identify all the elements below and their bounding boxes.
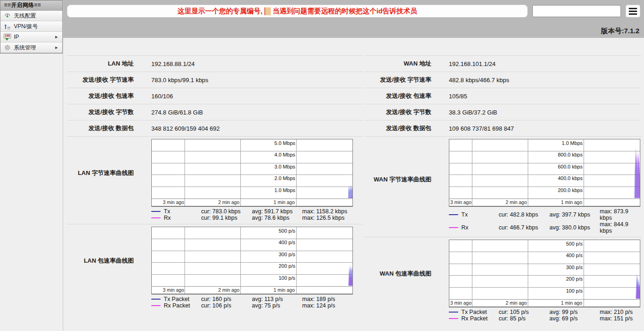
router-admin-page: ==开启网络== 无线配置	[0, 0, 644, 331]
cur-value: cur: 106 p/s	[201, 302, 252, 309]
legend-row: Tx Packet cur: 160 p/s avg: 113 p/s max:…	[151, 296, 353, 302]
sidebar-menu: ==开启网络== 无线配置	[0, 0, 63, 54]
vpn-icon	[4, 23, 11, 30]
stat-label: 发送/接收 包速率	[67, 92, 134, 100]
chart-legend: Tx Packet cur: 105 p/s avg: 99 p/s max: …	[449, 309, 640, 322]
y-tick: 800.0 kbps	[558, 152, 583, 157]
table-row: 发送/接收 包速率 105/85	[364, 88, 641, 104]
legend-row: Tx cur: 482.8 kbps avg: 397.7 kbps max: …	[449, 208, 640, 221]
y-tick: 1.0 Mbps	[562, 141, 583, 146]
table-row: 发送/接收 数据包 109 608 737/81 698 847	[364, 120, 641, 137]
sidebar-item-ip[interactable]: 255 IP ►	[0, 32, 62, 42]
y-tick: 400 p/s	[279, 240, 295, 245]
table-row: WAN 地址 192.168.101.1/24	[364, 56, 641, 72]
cur-value: cur: 160 p/s	[201, 296, 252, 302]
y-tick: 500 p/s	[279, 229, 295, 234]
lan-byte-rate-chart-row: LAN 字节速率曲线图 5.0 Mbps 4.0 Mbps 3.0 Mbps 2…	[67, 137, 362, 224]
plot-area: 500 p/s 400 p/s 300 p/s 200 p/s 100 p/s …	[449, 240, 640, 307]
redacted-id-chip	[264, 7, 271, 15]
sidebar-title: ==开启网络==	[0, 0, 62, 11]
series-name: Rx	[164, 215, 171, 221]
avg-value: avg: 78.6 kbps	[252, 215, 302, 221]
sidebar-item-wireless[interactable]: 无线配置	[0, 11, 62, 21]
submenu-arrow-icon: ►	[54, 35, 59, 39]
x-tick: 1 min ago	[555, 200, 582, 205]
y-tick: 100 p/s	[566, 289, 583, 294]
max-value: max: 844.9 kbps	[600, 221, 640, 234]
rx-swatch	[151, 305, 161, 306]
green-down-arrow-icon	[5, 38, 9, 41]
stat-label: 发送/接收 字节速率	[364, 76, 431, 84]
sidebar: ==开启网络== 无线配置	[0, 0, 63, 331]
avg-value: avg: 69 p/s	[549, 315, 600, 322]
tx-swatch	[151, 211, 161, 212]
y-tick: 200 p/s	[566, 277, 583, 282]
ip-icon: 255	[4, 33, 11, 41]
chart-legend: Tx Packet cur: 160 p/s avg: 113 p/s max:…	[151, 296, 353, 309]
avg-value: avg: 113 p/s	[252, 296, 302, 302]
stat-label: 发送/接收 字节数	[67, 108, 134, 116]
sidebar-item-label: 无线配置	[14, 12, 60, 20]
cur-value: cur: 99.1 kbps	[201, 215, 252, 221]
content: LAN 地址 192.168.88.1/24 发送/接收 字节速率 783.0 …	[63, 38, 644, 325]
sidebar-item-label: 系统管理	[14, 44, 52, 52]
device-id-input[interactable]	[532, 5, 621, 17]
chart-title: LAN 包速率曲线图	[67, 257, 134, 265]
chart-legend: Tx cur: 783.0 kbps avg: 591.7 kbps max: …	[151, 208, 353, 221]
series-name: Rx Packet	[461, 315, 488, 322]
x-tick: 2 min ago	[499, 301, 527, 306]
sidebar-item-vpn[interactable]: VPN/拨号	[0, 21, 62, 32]
cur-value: cur: 783.0 kbps	[201, 208, 252, 215]
table-row: 发送/接收 数据包 348 812 609/159 404 692	[67, 120, 362, 137]
avg-value: avg: 75 p/s	[252, 302, 302, 309]
submenu-arrow-icon: ►	[54, 45, 59, 50]
x-tick: 2 min ago	[212, 288, 239, 293]
stat-value: 109 608 737/81 698 847	[431, 125, 514, 132]
legend-row: Rx cur: 99.1 kbps avg: 78.6 kbps max: 12…	[151, 215, 353, 221]
x-tick: 2 min ago	[499, 200, 527, 205]
lan-byte-rate-chart: 5.0 Mbps 4.0 Mbps 3.0 Mbps 2.0 Mbps 1.0 …	[151, 139, 353, 221]
series-name: Tx	[164, 208, 170, 215]
max-value: max: 151 p/s	[600, 315, 640, 322]
stat-label: 发送/接收 字节速率	[67, 76, 134, 84]
hamburger-menu-button[interactable]	[626, 5, 640, 18]
table-row: 发送/接收 字节数 274.8 GiB/61.8 GiB	[67, 104, 362, 120]
x-tick: 3 min ago	[444, 200, 471, 205]
table-row: 发送/接收 字节数 38.3 GiB/37.2 GiB	[364, 104, 641, 120]
rx-swatch	[449, 318, 458, 319]
avg-value: avg: 591.7 kbps	[252, 208, 302, 215]
tx-swatch	[151, 299, 161, 300]
y-tick: 400 p/s	[566, 253, 583, 258]
max-value: max: 124 p/s	[302, 302, 353, 309]
x-tick: 1 min ago	[267, 200, 295, 205]
sidebar-item-system[interactable]: 系统管理 ►	[0, 42, 62, 53]
max-value: max: 126.5 kbps	[302, 215, 353, 221]
y-tick: 300 p/s	[279, 252, 295, 257]
y-tick: 4.0 Mbps	[274, 152, 295, 157]
cur-value: cur: 466.7 kbps	[499, 224, 549, 231]
stat-label: 发送/接收 包速率	[364, 92, 431, 100]
lan-panel: LAN 地址 192.168.88.1/24 发送/接收 字节速率 783.0 …	[67, 55, 362, 325]
y-tick: 300 p/s	[566, 265, 583, 270]
y-tick: 3.0 Mbps	[274, 164, 295, 169]
y-tick: 2.0 Mbps	[274, 176, 295, 181]
y-tick: 1.0 Mbps	[274, 188, 295, 193]
legend-row: Rx Packet cur: 106 p/s avg: 75 p/s max: …	[151, 302, 353, 309]
tx-swatch	[449, 312, 458, 313]
stat-label: LAN 地址	[67, 60, 134, 68]
stat-value: 105/85	[431, 93, 467, 100]
wan-packet-rate-chart-row: WAN 包速率曲线图 500 p/s 400 p/s 300 p/s 200 p…	[364, 237, 641, 325]
x-tick: 3 min ago	[156, 288, 184, 293]
rx-swatch	[449, 227, 458, 228]
stat-value: 348 812 609/159 404 692	[134, 125, 220, 132]
stat-label: 发送/接收 数据包	[67, 124, 134, 132]
max-value: max: 210 p/s	[600, 309, 640, 315]
lan-packet-rate-chart: 500 p/s 400 p/s 300 p/s 200 p/s 100 p/s …	[151, 227, 353, 309]
stat-value: 274.8 GiB/61.8 GiB	[134, 109, 203, 116]
x-tick: 1 min ago	[555, 301, 582, 306]
notice-text-2: 当遇到问题需要远程的时候把这个id告诉技术员	[273, 7, 417, 16]
cur-value: cur: 482.8 kbps	[499, 211, 549, 218]
wan-byte-rate-chart-row: WAN 字节速率曲线图 1.0 Mbps 800.0 kbps 600.0 kb…	[364, 137, 641, 237]
series-name: Tx Packet	[164, 296, 190, 302]
wan-panel: WAN 地址 192.168.101.1/24 发送/接收 字节速率 482.8…	[364, 55, 641, 325]
